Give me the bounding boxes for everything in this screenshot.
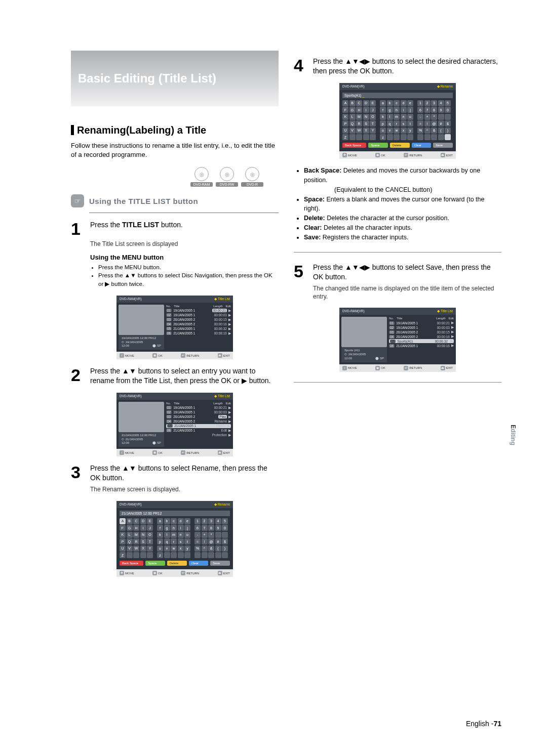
osd-title-list-1: DVD-RAM(VR)◆ Title List 19/JAN/2005 12:0… [116, 296, 233, 359]
osd-title-list-2: DVD-RAM(VR)◆ Title List 21/JAN/2005 12:0… [116, 393, 233, 456]
manual-page: Basic Editing (Title List) Renaming(Labe… [0, 0, 547, 756]
step-3: 3 Press the ▲▼ buttons to select Rename,… [71, 464, 279, 483]
chapter-title: Basic Editing (Title List) [78, 71, 216, 86]
section-intro: Follow these instructions to rename a ti… [71, 141, 279, 159]
disc-dvd-ram: ◎DVD-RAM [190, 167, 213, 185]
disc-dvd-r: ◎DVD-R [241, 167, 263, 185]
using-menu-heading: Using the MENU button [90, 254, 279, 261]
step-2: 2 Press the ▲▼ buttons to select an entr… [71, 366, 279, 386]
title-rows: 0119/JAN/2005 100:00:21▶0219/JAN/2005 10… [166, 309, 231, 335]
step-1: 1 Press the TITLE LIST button. [71, 220, 279, 237]
chapter-banner: Basic Editing (Title List) [71, 51, 279, 106]
thumbnail [119, 305, 164, 335]
heading-bar-icon [71, 125, 74, 135]
disc-dvd-rw: ◎DVD-RW [216, 167, 238, 185]
key-definitions: Back Space: Deletes and moves the cursor… [298, 166, 501, 242]
step-4: 4 Press the ▲▼◀▶ buttons to select the d… [294, 57, 501, 76]
osd-title-list-3: DVD-RAM(VR)◆ Title List Sports (A1) ⏲ 19… [339, 308, 456, 371]
step-5: 5 Press the ▲▼◀▶ buttons to select Save,… [294, 263, 501, 282]
button-method-title: Using the TITLE LIST button [89, 197, 198, 205]
osd-rename-1: DVD-RAM(VR)◆ Rename 21/JAN/2005 12:00 PR… [116, 501, 233, 577]
right-column: 4 Press the ▲▼◀▶ buttons to select the d… [294, 51, 501, 584]
section-heading: Renaming(Labeling) a Title [71, 124, 279, 136]
hand-icon: ☞ [71, 194, 84, 207]
osd-rename-2: DVD-RAM(VR)◆ Rename Sports(A1) ABCDEFGHI… [339, 83, 456, 159]
divider [294, 382, 501, 383]
compatible-discs: ◎DVD-RAM ◎DVD-RW ◎DVD-R [71, 167, 263, 185]
divider [294, 252, 501, 253]
page-footer: English -71 [466, 720, 501, 728]
side-tab: Editing [510, 425, 517, 445]
menu-substeps: Press the MENU button. Press the ▲▼ butt… [96, 263, 279, 288]
left-column: Basic Editing (Title List) Renaming(Labe… [71, 51, 279, 584]
